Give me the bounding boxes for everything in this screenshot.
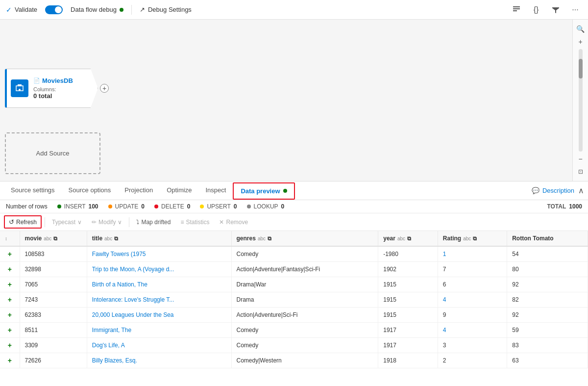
col-header-genres[interactable]: genres abc ⧉ bbox=[231, 231, 378, 246]
node-info: 📄 MoviesDB Columns: 0 total bbox=[33, 77, 94, 100]
top-toolbar: ✓ Validate Data flow debug ↗ Debug Setti… bbox=[0, 0, 588, 20]
row-rating-cell[interactable]: 4 bbox=[438, 292, 507, 308]
map-drifted-button[interactable]: ⤵ Map drifted bbox=[132, 217, 174, 228]
debug-settings-item[interactable]: ↗ Debug Settings bbox=[140, 6, 192, 13]
row-plus-icon: + bbox=[8, 265, 12, 273]
debug-toggle[interactable] bbox=[45, 5, 63, 14]
validate-label: Validate bbox=[15, 6, 37, 13]
col-header-title[interactable]: title abc ⧉ bbox=[87, 231, 231, 246]
remove-label: Remove bbox=[226, 219, 248, 226]
scroll-track[interactable] bbox=[579, 49, 583, 152]
action-separator-2 bbox=[129, 217, 129, 227]
description-btn[interactable]: 💬 Description bbox=[532, 187, 574, 194]
bottom-panel: Source settings Source options Projectio… bbox=[0, 181, 588, 386]
number-of-rows-label: Number of rows bbox=[6, 203, 48, 210]
row-rotten-tomato-cell: 92 bbox=[507, 308, 588, 323]
canvas-scrollbar: 🔍 + − ⊡ bbox=[572, 20, 588, 181]
validate-item[interactable]: ✓ Validate bbox=[6, 6, 37, 14]
row-year-cell: 1918 bbox=[378, 353, 438, 368]
add-source-box[interactable]: Add Source bbox=[5, 132, 100, 174]
row-indicator-cell: + bbox=[0, 323, 20, 338]
typecast-label: Typecast bbox=[52, 219, 75, 226]
row-title-cell: Immigrant, The bbox=[87, 323, 231, 338]
table-row: + 108583 Fawlty Towers (1975 Comedy -198… bbox=[0, 246, 588, 262]
row-title-cell: Dog's Life, A bbox=[87, 338, 231, 353]
tab-projection[interactable]: Projection bbox=[118, 182, 160, 199]
row-title-cell: Birth of a Nation, The bbox=[87, 277, 231, 292]
row-plus-icon: + bbox=[8, 341, 12, 349]
copy-genres-icon[interactable]: ⧉ bbox=[268, 235, 271, 242]
row-rating-cell[interactable]: 1 bbox=[438, 246, 507, 262]
more-icon-btn[interactable]: ··· bbox=[568, 3, 582, 17]
row-indicator-cell: + bbox=[0, 353, 20, 368]
row-genres-cell: Drama bbox=[231, 292, 378, 308]
total-stat: TOTAL 1000 bbox=[547, 203, 582, 210]
row-title-cell: Intolerance: Love's Struggle T... bbox=[87, 292, 231, 308]
node-columns-value: 0 total bbox=[33, 92, 94, 100]
tab-source-settings[interactable]: Source settings bbox=[4, 182, 62, 199]
col-header-rating[interactable]: Rating abc ⧉ bbox=[438, 231, 507, 246]
row-year-cell: -1980 bbox=[378, 246, 438, 262]
table-row: + 3309 Dog's Life, A Comedy 1917 3 83 bbox=[0, 338, 588, 353]
tab-inspect[interactable]: Inspect bbox=[198, 182, 233, 199]
remove-button[interactable]: ✕ Remove bbox=[215, 217, 252, 228]
row-movie-cell: 72626 bbox=[20, 353, 87, 368]
copy-title-icon[interactable]: ⧉ bbox=[114, 235, 118, 242]
update-dot bbox=[108, 205, 112, 208]
data-preview-dot bbox=[283, 189, 287, 193]
statistics-button[interactable]: ≡ Statistics bbox=[176, 217, 213, 228]
row-plus-icon: + bbox=[8, 311, 12, 319]
zoom-out-btn[interactable]: − bbox=[575, 154, 586, 164]
filter-icon-btn[interactable] bbox=[549, 3, 563, 17]
row-rating-cell: 3 bbox=[438, 338, 507, 353]
copy-rating-icon[interactable]: ⧉ bbox=[473, 235, 477, 242]
refresh-button[interactable]: ↺ Refresh bbox=[4, 215, 42, 229]
node-icon bbox=[11, 79, 28, 97]
remove-icon: ✕ bbox=[219, 219, 224, 226]
refresh-label: Refresh bbox=[16, 219, 37, 226]
tab-data-preview[interactable]: Data preview bbox=[233, 182, 294, 200]
copy-year-icon[interactable]: ⧉ bbox=[407, 235, 411, 242]
row-indicator-cell: + bbox=[0, 246, 20, 262]
sort-icon: ↕ bbox=[5, 236, 7, 241]
braces-icon-btn[interactable]: {} bbox=[529, 3, 543, 17]
tab-source-options[interactable]: Source options bbox=[62, 182, 118, 199]
modify-label: Modify bbox=[98, 219, 116, 226]
add-source-label: Add Source bbox=[36, 150, 70, 157]
toolbar-right: {} ··· bbox=[510, 3, 582, 17]
row-plus-icon: + bbox=[8, 326, 12, 334]
svg-rect-2 bbox=[513, 10, 517, 11]
tab-optimize[interactable]: Optimize bbox=[160, 182, 198, 199]
row-rating-cell[interactable]: 4 bbox=[438, 323, 507, 338]
table-body: + 108583 Fawlty Towers (1975 Comedy -198… bbox=[0, 246, 588, 368]
collapse-btn[interactable]: ∧ bbox=[578, 186, 584, 195]
col-header-rotten-tomato[interactable]: Rotton Tomato bbox=[507, 231, 588, 246]
action-bar: ↺ Refresh Typecast ∨ ✏ Modify ∨ ⤵ Map dr… bbox=[0, 213, 588, 231]
row-rotten-tomato-cell: 59 bbox=[507, 323, 588, 338]
table-row: + 7065 Birth of a Nation, The Drama|War … bbox=[0, 277, 588, 292]
debug-settings-label: Debug Settings bbox=[148, 6, 192, 13]
chat-icon: 💬 bbox=[532, 187, 539, 194]
upsert-dot bbox=[200, 205, 204, 208]
row-indicator-cell: + bbox=[0, 338, 20, 353]
script-icon-btn[interactable] bbox=[510, 3, 523, 17]
row-movie-cell: 7065 bbox=[20, 277, 87, 292]
map-drifted-label: Map drifted bbox=[141, 219, 171, 226]
action-separator-1 bbox=[45, 217, 45, 227]
row-indicator-cell: + bbox=[0, 308, 20, 323]
movies-db-node[interactable]: 📄 MoviesDB Columns: 0 total bbox=[5, 69, 98, 108]
col-header-year[interactable]: year abc ⧉ bbox=[378, 231, 438, 246]
row-genres-cell: Comedy bbox=[231, 246, 378, 262]
fit-btn[interactable]: ⊡ bbox=[575, 166, 586, 177]
modify-button[interactable]: ✏ Modify ∨ bbox=[88, 217, 126, 228]
copy-icon[interactable]: ⧉ bbox=[53, 235, 57, 242]
zoom-in-btn[interactable]: + bbox=[575, 36, 586, 47]
search-btn[interactable]: 🔍 bbox=[575, 24, 586, 34]
row-plus-icon: + bbox=[8, 296, 12, 304]
lookup-dot bbox=[247, 205, 251, 208]
row-title-cell: 20,000 Leagues Under the Sea bbox=[87, 308, 231, 323]
node-plus-button[interactable]: + bbox=[100, 84, 109, 93]
col-header-movie[interactable]: movie abc ⧉ bbox=[20, 231, 87, 246]
row-movie-cell: 62383 bbox=[20, 308, 87, 323]
typecast-button[interactable]: Typecast ∨ bbox=[48, 217, 86, 228]
